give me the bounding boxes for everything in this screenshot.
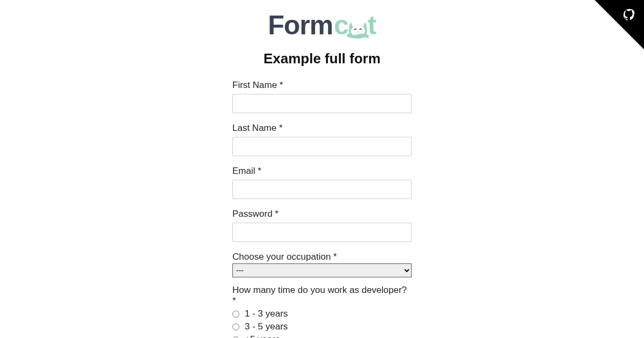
occupation-select[interactable]: --- [232, 263, 412, 277]
first-name-input[interactable] [232, 94, 412, 113]
last-name-input[interactable] [232, 137, 412, 156]
email-label: Email * [232, 166, 412, 177]
experience-label: How many time do you work as developer? … [232, 285, 412, 306]
logo-text-cat: c t [334, 10, 376, 41]
cat-icon [347, 15, 369, 35]
password-input[interactable] [232, 223, 412, 242]
brand-logo: Form c t [268, 10, 376, 41]
logo-letter-t: t [368, 10, 376, 41]
example-form: First Name * Last Name * Email * Passwor… [232, 80, 412, 338]
experience-radio-5-plus[interactable] [232, 336, 239, 339]
email-input[interactable] [232, 180, 412, 199]
password-label: Password * [232, 209, 412, 219]
github-cat-icon [621, 8, 638, 24]
first-name-label: First Name * [232, 80, 412, 91]
experience-option-label: 3 - 5 years [245, 321, 288, 332]
logo-text-form: Form [268, 10, 333, 41]
experience-option-label: 1 - 3 years [245, 308, 288, 319]
experience-option-row: 1 - 3 years [232, 307, 412, 320]
experience-radio-1-3[interactable] [232, 311, 239, 318]
last-name-label: Last Name * [232, 123, 412, 134]
logo-letter-c: c [334, 10, 348, 41]
page-title: Example full form [264, 50, 380, 67]
experience-option-label: +5 years [245, 334, 280, 338]
experience-option-row: +5 years [232, 333, 412, 338]
experience-radio-3-5[interactable] [232, 324, 239, 330]
occupation-label: Choose your occupation * [232, 252, 412, 262]
experience-option-row: 3 - 5 years [232, 320, 412, 333]
